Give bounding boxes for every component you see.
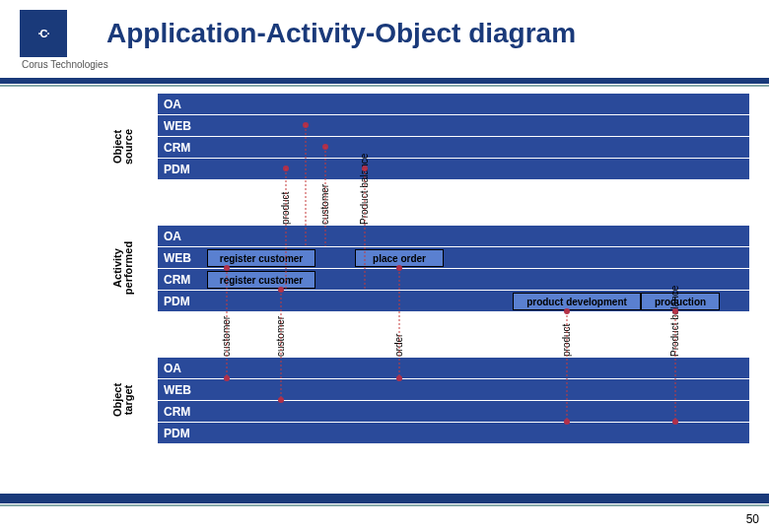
target-label: Objecttarget bbox=[112, 383, 134, 417]
source-row-oa: OA bbox=[158, 93, 749, 114]
activity-label: Activityperformed bbox=[112, 241, 134, 295]
footer-rule bbox=[0, 494, 769, 503]
vlabel-product: product bbox=[280, 192, 291, 225]
header-subrule bbox=[0, 85, 769, 87]
page-number: 50 bbox=[746, 512, 759, 526]
cell-place-order: place order bbox=[355, 249, 444, 267]
footer-subrule bbox=[0, 504, 769, 506]
page-title: Application-Activity-Object diagram bbox=[106, 18, 576, 49]
vlabel-order: order bbox=[393, 334, 404, 357]
source-label: Objectsource bbox=[112, 129, 134, 165]
target-row-pdm: PDM bbox=[158, 422, 749, 443]
row-label: CRM bbox=[164, 273, 190, 287]
vlabel-product-balance2: Product balance bbox=[669, 286, 680, 357]
row-label: PDM bbox=[164, 427, 190, 440]
row-label: OA bbox=[164, 230, 181, 243]
source-row-pdm: PDM bbox=[158, 158, 749, 179]
logo: ∙C∙ bbox=[20, 10, 67, 57]
target-row-web: WEB bbox=[158, 378, 749, 400]
target-row-oa: OA bbox=[158, 357, 749, 378]
target-row-crm: CRM bbox=[158, 400, 749, 422]
row-label: PDM bbox=[164, 163, 190, 176]
row-label: CRM bbox=[164, 405, 190, 419]
vlabel-customer1: customer bbox=[221, 316, 232, 357]
gap-top: product customer Product balance bbox=[158, 179, 749, 225]
source-row-web: WEB bbox=[158, 114, 749, 136]
vlabel-product-balance: Product balance bbox=[359, 154, 370, 225]
row-label: CRM bbox=[164, 141, 190, 155]
vlabel-customer2: customer bbox=[275, 316, 286, 357]
row-label: OA bbox=[164, 362, 181, 375]
activity-row-crm: CRM register customer bbox=[158, 268, 749, 290]
cell-production: production bbox=[641, 293, 720, 310]
vlabel-customer: customer bbox=[319, 184, 330, 225]
diagram-container: Objectsource OA WEB CRM PDM product cust… bbox=[20, 93, 749, 443]
gap-mid: customer customer order product Product … bbox=[158, 311, 749, 357]
row-label: WEB bbox=[164, 119, 191, 133]
company-label: Corus Technologies bbox=[0, 57, 769, 70]
activity-row-web: WEB register customer place order bbox=[158, 246, 749, 268]
section-activity: Activityperformed OA WEB register custom… bbox=[20, 225, 749, 311]
cell-product-development: product development bbox=[513, 293, 641, 310]
header-rule bbox=[0, 78, 769, 84]
vlabel-product2: product bbox=[561, 324, 572, 357]
row-label: WEB bbox=[164, 383, 191, 397]
source-row-crm: CRM bbox=[158, 136, 749, 158]
activity-row-oa: OA bbox=[158, 225, 749, 246]
section-target: Objecttarget OA WEB CRM PDM bbox=[20, 357, 749, 443]
row-label: PDM bbox=[164, 295, 190, 308]
row-label: WEB bbox=[164, 251, 191, 265]
cell-register-customer-crm: register customer bbox=[207, 271, 315, 289]
row-label: OA bbox=[164, 98, 181, 111]
logo-glyph: ∙C∙ bbox=[37, 28, 48, 39]
cell-register-customer-web: register customer bbox=[207, 249, 315, 267]
section-source: Objectsource OA WEB CRM PDM bbox=[20, 93, 749, 179]
activity-row-pdm: PDM product development production bbox=[158, 290, 749, 311]
